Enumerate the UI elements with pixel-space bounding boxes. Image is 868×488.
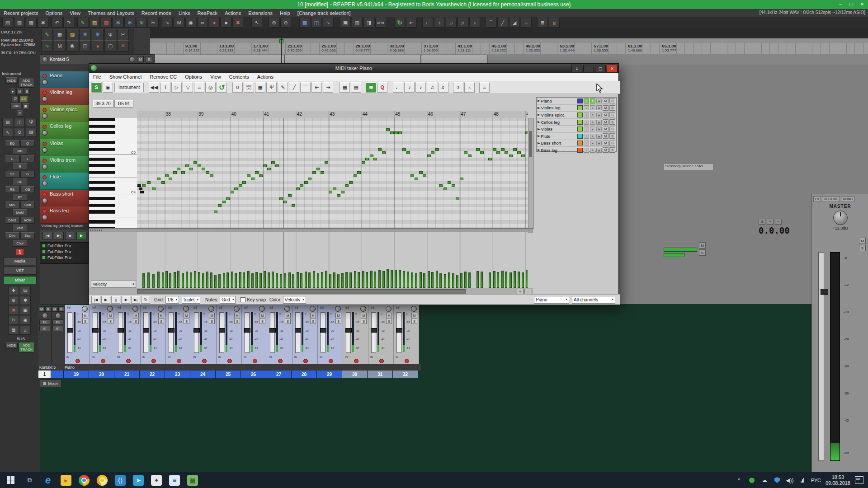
delete-icon[interactable]: ✖ xyxy=(8,306,19,315)
volume-knob-icon[interactable] xyxy=(42,96,47,102)
volume-knob-icon[interactable] xyxy=(42,181,47,186)
fader-handle[interactable] xyxy=(320,328,326,333)
rail-tab-vst[interactable]: VST xyxy=(3,267,37,275)
piano-key[interactable] xyxy=(89,128,137,131)
midi-note[interactable] xyxy=(513,148,517,151)
velocity-bar[interactable] xyxy=(169,273,171,288)
midi-note[interactable] xyxy=(206,171,209,174)
knob-icon[interactable]: ⊙ xyxy=(14,128,25,137)
midi-note[interactable] xyxy=(189,168,193,170)
mouse-modifier-icon[interactable]: ↖ xyxy=(251,18,262,28)
midi-note[interactable] xyxy=(373,158,377,160)
project-settings-icon[interactable]: ✱ xyxy=(38,18,48,28)
velocity-bar[interactable] xyxy=(152,274,155,288)
fader-handle[interactable] xyxy=(295,328,301,333)
mute-button[interactable]: M xyxy=(137,56,144,62)
pan-knob-icon[interactable] xyxy=(335,306,341,312)
fx-enabled-icon[interactable] xyxy=(42,250,46,253)
midi-note[interactable] xyxy=(275,164,279,167)
midi-track-row-bass-leg[interactable]: ▶Bass leg↓●◉MS xyxy=(537,147,616,154)
stop-button[interactable]: ■ xyxy=(65,232,75,240)
midi-menu-item-3[interactable]: Options xyxy=(181,74,206,80)
record-arm-icon[interactable] xyxy=(278,359,283,363)
record-arm-icon[interactable] xyxy=(42,91,47,95)
fader-handle[interactable] xyxy=(371,328,377,333)
track-color-swatch[interactable] xyxy=(577,120,583,125)
velocity-bar[interactable] xyxy=(174,272,176,288)
midi-note[interactable] xyxy=(452,184,455,187)
midi-note[interactable] xyxy=(255,171,259,174)
midi-note[interactable] xyxy=(443,188,447,190)
fader-handle[interactable] xyxy=(92,328,99,333)
pencil-icon[interactable]: ✎ xyxy=(41,29,53,40)
note-quarter-icon[interactable]: ♪ xyxy=(415,82,426,93)
black-key[interactable] xyxy=(89,118,115,121)
link-icon[interactable]: ↓ xyxy=(584,127,589,131)
rail-button-re[interactable]: RE xyxy=(5,186,19,193)
note-length-select[interactable]: Grid▾ xyxy=(220,296,236,304)
minecraft-icon[interactable]: ▦ xyxy=(184,472,202,488)
velocity-bar[interactable] xyxy=(198,272,200,288)
velocity-bar[interactable] xyxy=(177,271,179,288)
channel-fader[interactable] xyxy=(194,312,199,353)
pan-knob-icon[interactable] xyxy=(82,306,88,312)
minimize-button[interactable]: – xyxy=(835,0,845,8)
lock-icon[interactable]: ● xyxy=(590,141,595,145)
pad-icon[interactable]: ▨ xyxy=(26,128,37,137)
preset-1-button[interactable]: 1 xyxy=(16,249,24,255)
repeat-button[interactable]: ↻ xyxy=(141,296,150,304)
midi-note[interactable] xyxy=(218,204,222,207)
rail-button-q[interactable]: Q xyxy=(20,140,35,147)
black-key[interactable] xyxy=(89,197,115,200)
midi-note[interactable] xyxy=(370,155,373,157)
pan-knob-icon[interactable] xyxy=(107,306,113,312)
cut-icon[interactable]: ✂ xyxy=(148,18,159,28)
menu-item-5[interactable]: Links xyxy=(175,10,194,16)
velocity-bar[interactable] xyxy=(468,272,471,288)
freeze2-icon[interactable]: ✻ xyxy=(124,18,135,28)
rt-button[interactable]: RT xyxy=(39,326,50,331)
master-solo-button[interactable]: S xyxy=(699,249,706,256)
midi-track-solo[interactable]: S xyxy=(609,112,615,117)
fader-handle[interactable] xyxy=(244,328,250,333)
velocity-bar[interactable] xyxy=(206,272,208,288)
black-key[interactable] xyxy=(89,131,115,134)
midi-track-row-violins-spicc-[interactable]: ▶Violins spicc.↓●◉MS xyxy=(537,112,616,119)
lock-icon[interactable]: ● xyxy=(590,134,595,139)
docker-icon[interactable]: ▣ xyxy=(340,18,351,28)
eye-icon[interactable]: ◉ xyxy=(66,40,78,52)
midi-track-mute[interactable]: M xyxy=(603,119,609,125)
piano-key[interactable] xyxy=(89,187,137,190)
midi-note[interactable] xyxy=(177,168,180,170)
expand-arrow-icon[interactable]: ▶ xyxy=(538,106,540,110)
fx-button[interactable]: FX xyxy=(52,319,63,325)
master-mono-button[interactable]: MONO xyxy=(841,196,854,202)
track-color-swatch[interactable] xyxy=(577,148,583,153)
mute-button[interactable]: M xyxy=(52,306,58,312)
midi-note[interactable] xyxy=(406,151,410,154)
vscode-icon[interactable]: ⟨⟩ xyxy=(111,472,129,488)
midi-note[interactable] xyxy=(456,197,459,200)
midi-note[interactable] xyxy=(357,171,361,174)
mixer-number-25[interactable]: 25 xyxy=(216,371,241,378)
midi-note[interactable] xyxy=(312,171,316,174)
velocity-bar[interactable] xyxy=(162,272,164,288)
midi-note[interactable] xyxy=(239,184,242,187)
humanize-icon[interactable]: ≣ xyxy=(479,82,490,93)
piano-key[interactable] xyxy=(89,138,137,141)
midi-note[interactable] xyxy=(247,174,250,177)
wave-icon[interactable]: ∿ xyxy=(41,40,53,52)
fader-handle[interactable] xyxy=(193,328,200,333)
piano-key[interactable] xyxy=(89,158,137,161)
track-color-swatch[interactable] xyxy=(577,105,583,110)
draw-circle-icon[interactable]: ◎ xyxy=(205,82,216,93)
midi-window-titlebar[interactable]: MIDI take: Piano ↧ – ▢ ✕ xyxy=(89,64,618,73)
note-dotted-icon[interactable]: ♬ xyxy=(458,18,468,28)
midi-note[interactable] xyxy=(147,181,151,184)
midi-note[interactable] xyxy=(157,178,160,180)
mixer-channel-27[interactable]: -infMS0-18-30-42-54IN xyxy=(267,305,292,364)
piano-key[interactable] xyxy=(89,148,137,151)
midi-note[interactable] xyxy=(501,148,505,151)
midi-note[interactable] xyxy=(427,155,431,157)
velocity-bar[interactable] xyxy=(308,272,311,288)
